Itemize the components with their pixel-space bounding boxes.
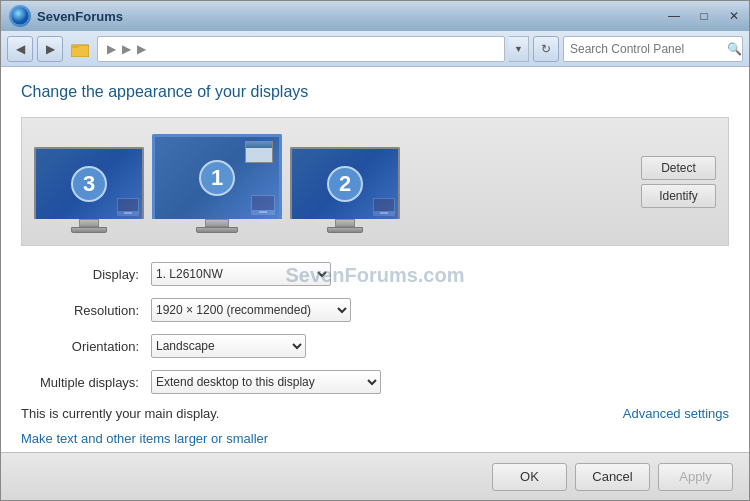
multiple-displays-control: Extend desktop to this display Duplicate…: [151, 370, 381, 394]
svg-rect-10: [374, 199, 394, 211]
forward-button[interactable]: ▶: [37, 36, 63, 62]
svg-rect-8: [259, 211, 267, 213]
orientation-select[interactable]: Landscape Portrait Landscape (flipped) P…: [151, 334, 306, 358]
monitor-2-number: 2: [327, 166, 363, 202]
orientation-row: Orientation: Landscape Portrait Landscap…: [21, 334, 729, 358]
back-button[interactable]: ◀: [7, 36, 33, 62]
main-window: SevenForums — □ ✕ ◀ ▶ ▶ ▶ ▶ ▼ ↻ 🔍: [0, 0, 750, 501]
display-control: 1. L2610NW 2. Display 2 3. Display 3: [151, 262, 331, 286]
app-logo: [9, 5, 31, 27]
display-label: Display:: [21, 267, 151, 282]
monitor-3[interactable]: 3: [34, 147, 144, 233]
monitor-3-stand: [79, 219, 99, 227]
display-row: Display: 1. L2610NW 2. Display 2 3. Disp…: [21, 262, 729, 286]
monitor-2-stand: [335, 219, 355, 227]
svg-rect-7: [252, 196, 274, 210]
multiple-displays-label: Multiple displays:: [21, 375, 151, 390]
close-button[interactable]: ✕: [719, 1, 749, 31]
detect-button[interactable]: Detect: [641, 156, 716, 180]
svg-point-0: [11, 7, 29, 25]
monitor-1-display: 1: [152, 134, 282, 219]
display-select[interactable]: 1. L2610NW 2. Display 2 3. Display 3: [151, 262, 331, 286]
search-icon[interactable]: 🔍: [726, 37, 742, 61]
svg-rect-5: [124, 212, 132, 214]
form-area: Display: 1. L2610NW 2. Display 2 3. Disp…: [21, 262, 729, 452]
refresh-button[interactable]: ↻: [533, 36, 559, 62]
title-bar: SevenForums — □ ✕: [1, 1, 749, 31]
maximize-button[interactable]: □: [689, 1, 719, 31]
resolution-select[interactable]: 1920 × 1200 (recommended) 1600 × 1200 12…: [151, 298, 351, 322]
page-title: Change the appearance of your displays: [21, 83, 729, 101]
main-display-text: This is currently your main display.: [21, 406, 219, 421]
cancel-button[interactable]: Cancel: [575, 463, 650, 491]
advanced-settings-link[interactable]: Advanced settings: [623, 406, 729, 421]
mini-window-bar: [246, 142, 272, 148]
orientation-label: Orientation:: [21, 339, 151, 354]
content-area: SevenForums.com Change the appearance of…: [1, 67, 749, 452]
svg-rect-2: [71, 45, 79, 48]
svg-rect-11: [380, 212, 388, 214]
monitor-1[interactable]: 1: [152, 134, 282, 233]
breadcrumb-dropdown[interactable]: ▼: [509, 36, 529, 62]
link-row-1: Make text and other items larger or smal…: [21, 431, 729, 446]
monitor-area: 3: [21, 117, 729, 246]
detect-identify-buttons: Detect Identify: [641, 156, 716, 208]
minimize-button[interactable]: —: [659, 1, 689, 31]
monitor-2[interactable]: 2: [290, 147, 400, 233]
mini-window: [245, 141, 273, 163]
search-input[interactable]: [564, 42, 726, 56]
folder-icon: [67, 36, 93, 62]
monitor-1-stand: [205, 219, 229, 227]
title-bar-left: SevenForums: [9, 5, 123, 27]
multiple-displays-row: Multiple displays: Extend desktop to thi…: [21, 370, 729, 394]
title-controls: — □ ✕: [659, 1, 749, 31]
monitor-1-number: 1: [199, 160, 235, 196]
resolution-label: Resolution:: [21, 303, 151, 318]
monitor-2-display: 2: [290, 147, 400, 219]
address-bar: ◀ ▶ ▶ ▶ ▶ ▼ ↻ 🔍: [1, 31, 749, 67]
ok-button[interactable]: OK: [492, 463, 567, 491]
resolution-row: Resolution: 1920 × 1200 (recommended) 16…: [21, 298, 729, 322]
multiple-displays-select[interactable]: Extend desktop to this display Duplicate…: [151, 370, 381, 394]
monitor-3-base: [71, 227, 107, 233]
identify-button[interactable]: Identify: [641, 184, 716, 208]
monitor-2-base: [327, 227, 363, 233]
monitor-3-display: 3: [34, 147, 144, 219]
title-text: SevenForums: [37, 9, 123, 24]
resolution-control: 1920 × 1200 (recommended) 1600 × 1200 12…: [151, 298, 351, 322]
apply-button[interactable]: Apply: [658, 463, 733, 491]
breadcrumb: ▶ ▶ ▶: [97, 36, 505, 62]
info-row: This is currently your main display. Adv…: [21, 406, 729, 421]
monitor-1-base: [196, 227, 238, 233]
svg-rect-4: [118, 199, 138, 211]
larger-smaller-link[interactable]: Make text and other items larger or smal…: [21, 431, 268, 446]
search-box: 🔍: [563, 36, 743, 62]
content-inner: SevenForums.com Change the appearance of…: [21, 83, 729, 452]
monitor-3-number: 3: [71, 166, 107, 202]
orientation-control: Landscape Portrait Landscape (flipped) P…: [151, 334, 306, 358]
bottom-bar: OK Cancel Apply: [1, 452, 749, 500]
